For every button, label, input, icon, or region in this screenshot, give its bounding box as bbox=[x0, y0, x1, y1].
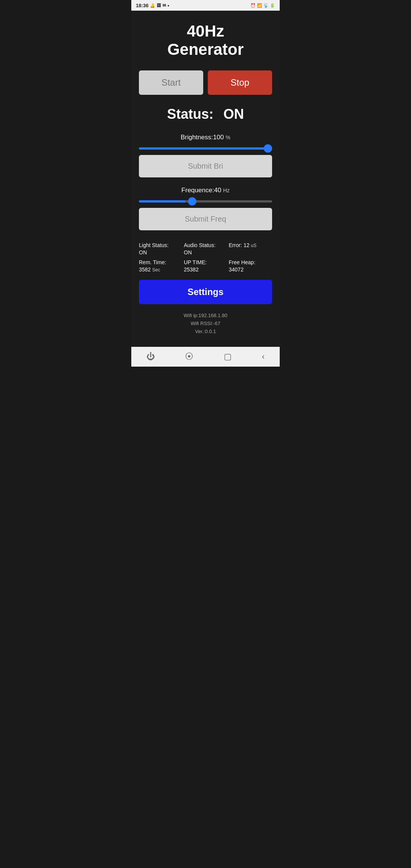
up-time-label: UP TIME: bbox=[184, 259, 207, 265]
wifi-icon: 📶 bbox=[257, 3, 262, 8]
back-nav-icon[interactable]: ‹ bbox=[262, 352, 264, 362]
frequency-section: Frequence:40 Hz Submit Freq bbox=[139, 187, 272, 233]
wifi-ip-label: Wifi ip:192.168.1.80 bbox=[184, 312, 228, 320]
light-status-value: ON bbox=[139, 249, 147, 255]
info-grid: Light Status: ON Audio Status: ON Error:… bbox=[139, 242, 272, 274]
start-button[interactable]: Start bbox=[139, 70, 203, 95]
frequency-slider-container bbox=[139, 197, 272, 204]
home-nav-icon[interactable]: ⦿ bbox=[185, 352, 193, 362]
notification-icon: 🔔 bbox=[150, 3, 155, 8]
free-heap-cell: Free Heap: 34072 bbox=[229, 259, 272, 274]
title-line1: 40Hz bbox=[187, 22, 224, 40]
free-heap-label: Free Heap: bbox=[229, 259, 255, 265]
audio-status-label: Audio Status: bbox=[184, 242, 215, 248]
status-label: Status: bbox=[167, 106, 213, 122]
light-status-label: Light Status: bbox=[139, 242, 169, 248]
rem-time-unit: Sec bbox=[152, 267, 160, 273]
app-title: 40Hz Generator bbox=[167, 22, 244, 59]
time-display: 18:36 bbox=[136, 3, 148, 8]
brightness-slider[interactable] bbox=[139, 147, 272, 150]
status-bar-left: 18:36 🔔 🖼 ✉ • bbox=[136, 3, 169, 8]
battery-icon: 🔋 bbox=[270, 3, 275, 8]
brightness-label: Brightness:100 % bbox=[139, 134, 272, 141]
status-bar-right: ⏰ 📶 📡 🔋 bbox=[250, 3, 275, 8]
mail-icon: ✉ bbox=[162, 3, 166, 8]
brightness-slider-container bbox=[139, 144, 272, 151]
up-time-value: 25382 bbox=[184, 266, 199, 273]
status-value: ON bbox=[223, 106, 244, 122]
free-heap-value: 34072 bbox=[229, 266, 244, 273]
wifi-rssi-label: Wifi RSSI:-67 bbox=[184, 320, 228, 328]
signal-icon: 📡 bbox=[263, 3, 269, 8]
recents-nav-icon[interactable]: ▢ bbox=[224, 352, 232, 362]
error-value: 12 bbox=[244, 242, 250, 248]
status-display: Status: ON bbox=[167, 106, 244, 122]
image-icon: 🖼 bbox=[157, 3, 161, 8]
stop-button[interactable]: Stop bbox=[208, 70, 272, 95]
error-label: Error: bbox=[229, 242, 242, 248]
status-bar: 18:36 🔔 🖼 ✉ • ⏰ 📶 📡 🔋 bbox=[131, 0, 280, 11]
audio-status-cell: Audio Status: ON bbox=[184, 242, 227, 257]
light-status-cell: Light Status: ON bbox=[139, 242, 182, 257]
rem-time-value: 3582 bbox=[139, 266, 151, 273]
title-line2: Generator bbox=[167, 40, 244, 58]
error-unit: uS bbox=[251, 243, 256, 248]
footer-info: Wifi ip:192.168.1.80 Wifi RSSI:-67 Ver.:… bbox=[184, 312, 228, 335]
frequency-slider[interactable] bbox=[139, 200, 272, 203]
settings-button[interactable]: Settings bbox=[139, 280, 272, 304]
bottom-nav: ⏻ ⦿ ▢ ‹ bbox=[131, 347, 280, 367]
rem-time-label: Rem. Time: bbox=[139, 259, 166, 265]
rem-time-cell: Rem. Time: 3582 Sec bbox=[139, 259, 182, 274]
audio-status-value: ON bbox=[184, 249, 192, 255]
button-row: Start Stop bbox=[139, 70, 272, 95]
submit-bri-button[interactable]: Submit Bri bbox=[139, 155, 272, 177]
power-nav-icon[interactable]: ⏻ bbox=[147, 352, 155, 362]
main-content: 40Hz Generator Start Stop Status: ON Bri… bbox=[131, 11, 280, 347]
brightness-section: Brightness:100 % Submit Bri bbox=[139, 134, 272, 180]
ver-label: Ver.:0.0.1 bbox=[184, 328, 228, 336]
alarm-icon: ⏰ bbox=[250, 3, 256, 8]
submit-freq-button[interactable]: Submit Freq bbox=[139, 208, 272, 230]
frequency-label: Frequence:40 Hz bbox=[139, 187, 272, 194]
error-cell: Error: 12 uS bbox=[229, 242, 272, 257]
dot-indicator: • bbox=[167, 3, 169, 8]
up-time-cell: UP TIME: 25382 bbox=[184, 259, 227, 274]
